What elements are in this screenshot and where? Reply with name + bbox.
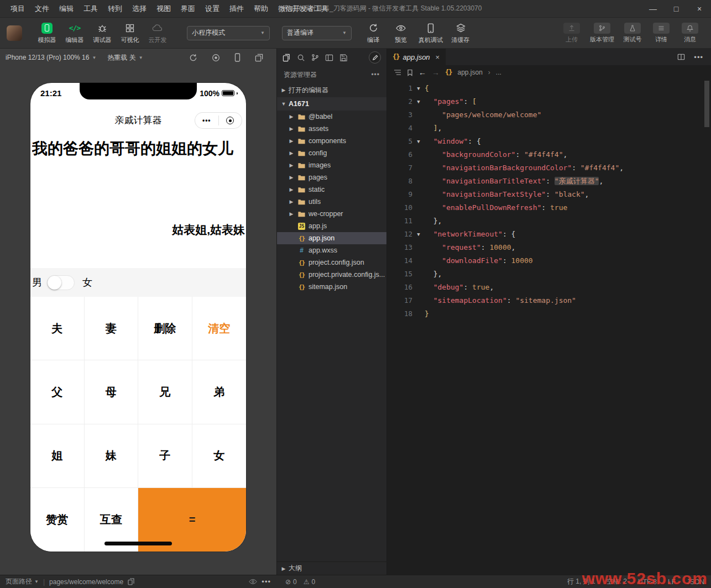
file-sitemap.json[interactable]: {}sitemap.json	[277, 281, 386, 293]
preview-button[interactable]: 预览	[387, 22, 415, 44]
clear-cache-button[interactable]: 清缓存	[447, 22, 474, 44]
editor-scrollbar[interactable]	[704, 81, 709, 127]
menu-item-项目[interactable]: 项目	[6, 0, 30, 18]
file-app.json[interactable]: {}app.json	[277, 232, 386, 244]
folder-config[interactable]: ▶config	[277, 147, 386, 159]
key-妻[interactable]: 妻	[85, 297, 139, 360]
more-icon[interactable]: •••	[371, 71, 380, 78]
breadcrumb-file[interactable]: app.json	[457, 69, 482, 76]
code-line-15[interactable]: 15 },	[387, 267, 711, 281]
version-manage-button[interactable]: 版本管理	[586, 23, 618, 44]
maximize-button[interactable]: □	[665, 0, 688, 18]
device-selector[interactable]: iPhone 12/13 (Pro) 100% 16 ▼	[6, 54, 96, 61]
hot-reload-selector[interactable]: 热重载 关 ▼	[107, 53, 143, 62]
code-editor[interactable]: 1▼{2▼ "pages": [3 "pages/welcome/welcome…	[387, 80, 711, 575]
folder-utils[interactable]: ▶utils	[277, 196, 386, 208]
project-root-folder[interactable]: ▼ A1671	[277, 97, 386, 111]
folder-we-cropper[interactable]: ▶we-cropper	[277, 208, 386, 220]
key-妹[interactable]: 妹	[85, 424, 139, 488]
cursor-position[interactable]: 行 1, 列 1	[567, 577, 595, 586]
folder-@babel[interactable]: ▶@babel	[277, 111, 386, 123]
file-project.private.config.js...[interactable]: {}project.private.config.js...	[277, 269, 386, 281]
code-line-2[interactable]: 2▼ "pages": [	[387, 95, 711, 108]
test-account-button[interactable]: 测试号	[618, 23, 647, 44]
close-tab-icon[interactable]: ×	[436, 53, 440, 61]
file-app.js[interactable]: JSapp.js	[277, 220, 386, 232]
rotate-icon[interactable]	[189, 54, 197, 62]
code-line-17[interactable]: 17 "sitemapLocation": "sitemap.json"	[387, 294, 711, 307]
code-line-14[interactable]: 14 "downloadFile": 10000	[387, 254, 711, 267]
forward-arrow-icon[interactable]: →	[432, 68, 440, 77]
compile-mode-select[interactable]: 普通编译 ▼	[282, 26, 352, 40]
bookmark-icon[interactable]	[407, 69, 413, 76]
key-父[interactable]: 父	[30, 360, 85, 424]
key-弟[interactable]: 弟	[192, 360, 247, 424]
breadcrumb-more[interactable]: ...	[496, 69, 501, 76]
language-mode[interactable]: JSON	[687, 578, 704, 586]
file-project.config.json[interactable]: {}project.config.json	[277, 256, 386, 269]
menu-item-微信开发者工具[interactable]: 微信开发者工具	[273, 0, 333, 18]
page-path-selector[interactable]: 页面路径 ▼	[6, 577, 39, 586]
key-兄[interactable]: 兄	[138, 360, 192, 424]
menu-item-文件[interactable]: 文件	[30, 0, 54, 18]
folder-pages[interactable]: ▶pages	[277, 171, 386, 183]
indent-setting[interactable]: 空格: 2	[607, 577, 627, 586]
eol-setting[interactable]: LF	[668, 578, 676, 586]
folder-images[interactable]: ▶images	[277, 159, 386, 171]
eye-icon[interactable]	[249, 579, 257, 585]
gender-toggle[interactable]	[47, 275, 75, 290]
user-avatar[interactable]	[7, 25, 22, 41]
menu-item-设置[interactable]: 设置	[200, 0, 224, 18]
code-line-4[interactable]: 4 ],	[387, 122, 711, 135]
tab-app-json[interactable]: {} app.json ×	[387, 49, 446, 65]
files-icon[interactable]	[283, 54, 291, 62]
key-女[interactable]: 女	[192, 424, 247, 488]
folder-assets[interactable]: ▶assets	[277, 123, 386, 135]
exit-circle-icon[interactable]	[219, 117, 242, 124]
device-icon[interactable]	[234, 53, 241, 62]
close-button[interactable]: ×	[688, 0, 711, 18]
message-button[interactable]: 消息	[676, 23, 704, 44]
panel-icon[interactable]	[325, 54, 333, 62]
file-app.wxss[interactable]: #app.wxss	[277, 244, 386, 256]
key-夫[interactable]: 夫	[30, 297, 85, 360]
split-editor-icon[interactable]	[677, 53, 685, 61]
folder-static[interactable]: ▶static	[277, 183, 386, 196]
mode-select[interactable]: 小程序模式 ▼	[187, 26, 270, 40]
more-menu-icon[interactable]: •••	[195, 117, 218, 124]
menu-item-界面[interactable]: 界面	[176, 0, 200, 18]
menu-item-转到[interactable]: 转到	[103, 0, 127, 18]
upload-button[interactable]: 上传	[557, 23, 586, 44]
code-line-5[interactable]: 5▼ "window": {	[387, 135, 711, 148]
key-赞赏[interactable]: 赞赏	[30, 488, 85, 552]
code-line-18[interactable]: 18}	[387, 307, 711, 321]
code-line-8[interactable]: 8 "navigationBarTitleText": "亲戚计算器",	[387, 175, 711, 188]
branch-icon[interactable]	[311, 54, 319, 61]
visualize-toggle-button[interactable]: 可视化	[116, 22, 144, 44]
key-子[interactable]: 子	[138, 424, 192, 488]
key-姐[interactable]: 姐	[30, 424, 85, 488]
key-清空[interactable]: 清空	[192, 297, 247, 360]
code-line-10[interactable]: 10 "enablePullDownRefresh": true	[387, 201, 711, 214]
outline-icon[interactable]	[394, 69, 401, 76]
menu-item-编辑[interactable]: 编辑	[54, 0, 79, 18]
code-line-6[interactable]: 6 "backgroundColor": "#f4f4f4",	[387, 148, 711, 161]
copy-icon[interactable]	[128, 578, 134, 585]
menu-item-选择[interactable]: 选择	[127, 0, 151, 18]
pen-icon[interactable]	[369, 51, 381, 64]
code-line-11[interactable]: 11 },	[387, 214, 711, 228]
key-删除[interactable]: 删除	[138, 297, 192, 360]
back-arrow-icon[interactable]: ←	[419, 68, 426, 77]
compile-button[interactable]: 编译	[359, 22, 387, 44]
status-problems[interactable]: ⊘0 ⚠0	[276, 578, 387, 586]
encoding-setting[interactable]: UTF-8	[638, 578, 657, 586]
more-icon[interactable]: •••	[694, 53, 703, 61]
code-line-13[interactable]: 13 "request": 10000,	[387, 241, 711, 254]
multi-window-icon[interactable]	[255, 54, 263, 62]
editor-toggle-button[interactable]: </> 编辑器	[61, 22, 88, 44]
open-editors-section[interactable]: ▶ 打开的编辑器	[277, 83, 386, 97]
code-line-16[interactable]: 16 "debug": true,	[387, 281, 711, 294]
device-debug-button[interactable]: 真机调试	[415, 22, 447, 44]
record-icon[interactable]	[212, 54, 220, 62]
code-line-7[interactable]: 7 "navigationBarBackgroundColor": "#f4f4…	[387, 161, 711, 175]
